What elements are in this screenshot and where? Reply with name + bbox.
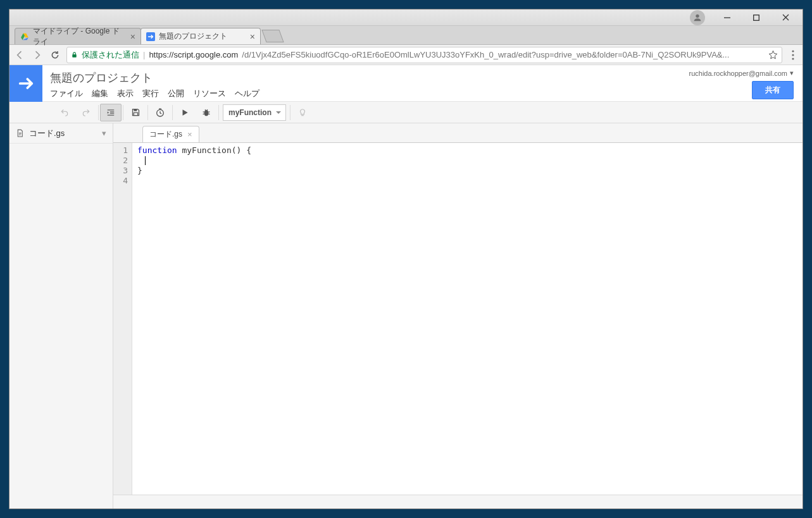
- tab-close-icon[interactable]: ×: [130, 32, 135, 41]
- window-titlebar: [9, 9, 803, 26]
- separator: [172, 105, 173, 120]
- menu-view[interactable]: 表示: [117, 88, 134, 99]
- indent-button[interactable]: [100, 104, 122, 121]
- tab-title: 無題のプロジェクト: [159, 31, 227, 42]
- url-input[interactable]: 保護された通信 | https://script.google.com/d/1V…: [66, 47, 782, 63]
- header-right: ruchida.rockhopper@gmail.com ▾ 共有: [680, 65, 803, 103]
- menu-bar: ファイル 編集 表示 実行 公開 リソース ヘルプ: [50, 88, 673, 99]
- svg-rect-2: [754, 15, 759, 20]
- minimize-button[interactable]: [713, 11, 742, 25]
- separator: [147, 105, 148, 120]
- user-email-text: ruchida.rockhopper@gmail.com: [689, 70, 787, 77]
- separator: [98, 105, 99, 120]
- editor-tabs: コード.gs ×: [113, 123, 803, 142]
- editor-tab[interactable]: コード.gs ×: [142, 126, 199, 142]
- drive-icon: [20, 32, 29, 41]
- svg-rect-17: [134, 109, 137, 111]
- separator: |: [143, 50, 145, 59]
- file-name: コード.gs: [29, 128, 65, 139]
- menu-resource[interactable]: リソース: [193, 88, 226, 99]
- browser-tabstrip: マイドライブ - Google ドライ × 無題のプロジェクト ×: [9, 26, 803, 45]
- browser-menu-icon[interactable]: [787, 50, 799, 60]
- apps-script-icon: [146, 32, 155, 41]
- bookmark-star-icon[interactable]: [768, 50, 778, 59]
- code-text: myFunction() {: [177, 145, 251, 155]
- reload-button[interactable]: [49, 49, 61, 61]
- svg-point-10: [792, 50, 794, 52]
- back-button[interactable]: [13, 49, 26, 61]
- text-cursor: [145, 156, 146, 165]
- svg-line-21: [203, 111, 204, 112]
- line-number: 2: [113, 156, 128, 166]
- line-number: 4: [113, 176, 128, 186]
- lightbulb-button[interactable]: [292, 104, 313, 121]
- file-sidebar: コード.gs ▾: [9, 123, 113, 509]
- svg-rect-18: [134, 113, 137, 115]
- svg-rect-9: [72, 54, 76, 58]
- redo-button[interactable]: [75, 104, 97, 121]
- apps-script-editor: 無題のプロジェクト ファイル 編集 表示 実行 公開 リソース ヘルプ ruch…: [9, 65, 803, 509]
- svg-point-11: [792, 54, 794, 56]
- save-button[interactable]: [125, 104, 146, 121]
- file-item[interactable]: コード.gs ▾: [9, 123, 113, 144]
- tab-title: マイドライブ - Google ドライ: [33, 26, 127, 47]
- header-main: 無題のプロジェクト ファイル 編集 表示 実行 公開 リソース ヘルプ: [42, 65, 680, 99]
- separator: [290, 105, 290, 120]
- url-path: /d/1Vjx4Zd5eFS5kiuodfGCqo-oR1Er6oE0OmlLw…: [242, 50, 729, 59]
- keyword: function: [137, 145, 177, 155]
- svg-line-24: [208, 114, 209, 114]
- svg-point-20: [204, 110, 209, 116]
- editor-tab-label: コード.gs: [149, 129, 182, 140]
- app-logo[interactable]: [9, 65, 42, 102]
- run-button[interactable]: [174, 104, 196, 121]
- svg-line-26: [207, 109, 208, 110]
- close-icon[interactable]: ×: [187, 130, 192, 139]
- function-select[interactable]: myFunction: [223, 104, 286, 121]
- app-header: 無題のプロジェクト ファイル 編集 表示 実行 公開 リソース ヘルプ ruch…: [9, 65, 803, 102]
- svg-point-0: [696, 14, 699, 17]
- browser-window: マイドライブ - Google ドライ × 無題のプロジェクト × 保護された通…: [9, 9, 803, 509]
- browser-tab[interactable]: マイドライブ - Google ドライ ×: [15, 28, 141, 44]
- menu-run[interactable]: 実行: [142, 88, 159, 99]
- file-icon: [16, 128, 24, 138]
- share-button[interactable]: 共有: [752, 81, 794, 99]
- forward-button[interactable]: [31, 49, 44, 61]
- menu-edit[interactable]: 編集: [92, 88, 108, 99]
- line-number: 3: [113, 166, 128, 176]
- browser-tab-active[interactable]: 無題のプロジェクト ×: [141, 28, 261, 44]
- svg-line-25: [205, 109, 206, 110]
- toolbar: myFunction: [9, 102, 803, 123]
- main-area: コード.gs ▾ コード.gs × 1 2 3 4: [9, 123, 803, 509]
- profile-icon[interactable]: [690, 10, 705, 25]
- separator: [123, 105, 123, 120]
- svg-point-12: [792, 58, 794, 59]
- code-text: }: [137, 166, 251, 176]
- url-domain: https://script.google.com: [149, 50, 238, 59]
- secure-label: 保護された通信: [82, 49, 139, 61]
- undo-button[interactable]: [54, 104, 75, 121]
- chevron-down-icon[interactable]: ▾: [102, 128, 106, 138]
- chevron-down-icon: ▾: [790, 69, 794, 77]
- editor-wrap: コード.gs × 1 2 3 4 function myFunction() {…: [113, 123, 803, 509]
- line-number: 1: [113, 145, 128, 156]
- code-editor[interactable]: 1 2 3 4 function myFunction() {}: [113, 142, 803, 495]
- debug-button[interactable]: [196, 104, 217, 121]
- lock-icon: [71, 51, 78, 59]
- triggers-button[interactable]: [149, 104, 171, 121]
- svg-line-22: [208, 111, 209, 112]
- menu-help[interactable]: ヘルプ: [235, 88, 259, 99]
- code-content[interactable]: function myFunction() {}: [132, 143, 251, 495]
- tab-close-icon[interactable]: ×: [250, 32, 255, 41]
- user-email[interactable]: ruchida.rockhopper@gmail.com ▾: [689, 69, 794, 77]
- status-bar: [113, 495, 803, 509]
- maximize-button[interactable]: [742, 11, 771, 25]
- function-select-label: myFunction: [228, 108, 272, 117]
- close-window-button[interactable]: [771, 11, 800, 25]
- address-bar: 保護された通信 | https://script.google.com/d/1V…: [9, 45, 803, 65]
- gutter: 1 2 3 4: [113, 143, 132, 495]
- menu-file[interactable]: ファイル: [50, 88, 83, 99]
- new-tab-button[interactable]: [261, 30, 284, 42]
- menu-publish[interactable]: 公開: [168, 88, 184, 99]
- project-title[interactable]: 無題のプロジェクト: [50, 69, 673, 88]
- separator: [218, 105, 219, 120]
